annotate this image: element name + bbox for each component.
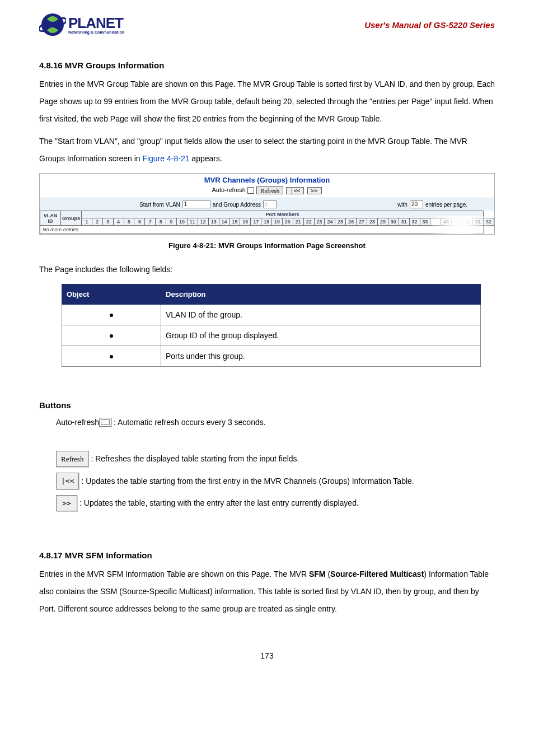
col-port-members: Port Members: [82, 211, 484, 218]
screenshot-top-controls: Auto-refresh Refresh |<< >>: [40, 185, 494, 198]
fields-intro: The Page includes the following fields:: [39, 261, 495, 278]
first-desc: : Updates the table starting from the fi…: [81, 474, 414, 488]
page-header: PLANET Networking & Communication User's…: [39, 11, 495, 38]
table-row: Groups Group ID of the group displayed.: [62, 325, 481, 346]
port-col: 5: [124, 218, 134, 226]
paragraph-sfm: Entries in the MVR SFM Information Table…: [39, 566, 495, 617]
logo-tagline: Networking & Communication: [68, 30, 124, 34]
section-heading-mvr-sfm: 4.8.17 MVR SFM Information: [39, 550, 495, 560]
port-col: 13: [208, 218, 219, 226]
port-col: 3: [102, 218, 113, 226]
port-col: 1: [82, 218, 92, 226]
screenshot-filter-row: Start from VLAN 1 and Group Address :: w…: [40, 198, 494, 211]
sfm-paren-a: (: [326, 570, 331, 578]
port-col: 21: [293, 218, 303, 226]
auto-refresh-desc: : Automatic refresh occurs every 3 secon…: [114, 416, 266, 430]
port-col: 29: [377, 218, 388, 226]
port-col: 19: [272, 218, 283, 226]
port-col: 7: [145, 218, 156, 226]
refresh-button-icon: Refresh: [56, 451, 88, 467]
sfm-full: Source-Filtered Multicast: [330, 570, 424, 578]
group-address-label: and Group Address: [213, 202, 261, 208]
port-col: 10: [177, 218, 188, 226]
sfm-para-a: Entries in the MVR SFM Information Table…: [39, 570, 309, 578]
port-numbers-row: 1234567891011121314151617181920212223242…: [40, 218, 494, 226]
sfm-abbr: SFM: [309, 570, 326, 578]
next-button-icon: >>: [56, 495, 77, 511]
buttons-heading: Buttons: [39, 400, 495, 410]
port-col: 20: [282, 218, 293, 226]
button-desc-refresh: Refresh : Refreshes the displayed table …: [56, 451, 495, 467]
screenshot-port-table: VLAN ID Groups Port Members 123456789101…: [40, 211, 494, 234]
fields-th-object: Object: [62, 284, 161, 304]
first-page-button[interactable]: |<<: [286, 187, 304, 194]
para2b: appears.: [189, 154, 222, 163]
refresh-button[interactable]: Refresh: [256, 186, 283, 194]
port-col: 6: [134, 218, 145, 226]
col-groups: Groups: [61, 211, 82, 226]
table-row: VLAN ID VLAN ID of the group.: [62, 304, 481, 325]
figure-caption: Figure 4-8-21: MVR Groups Information Pa…: [39, 241, 495, 250]
button-desc-next: >> : Updates the table, starting with th…: [56, 495, 495, 511]
port-col: 27: [357, 218, 367, 226]
port-col: 12: [198, 218, 208, 226]
checkbox-icon: [99, 418, 111, 427]
port-col: 11: [187, 218, 198, 226]
group-address-input[interactable]: ::: [263, 200, 277, 208]
paragraph-intro-1: Entries in the MVR Group Table are shown…: [39, 76, 495, 127]
manual-title: User's Manual of GS-5220 Series: [364, 20, 495, 30]
fields-th-description: Description: [161, 284, 481, 304]
port-col: 26: [346, 218, 357, 226]
port-col: 31: [399, 218, 409, 226]
screenshot-table-wrap: VLAN ID Groups Port Members 123456789101…: [40, 211, 494, 234]
no-more-entries: No more entries: [40, 226, 484, 234]
entries-per-page-input[interactable]: 20: [410, 200, 423, 208]
entries-per-page-label: entries per page.: [425, 202, 467, 208]
logo-brand: PLANET: [68, 16, 124, 30]
port-col: 23: [314, 218, 325, 226]
auto-refresh-lead: Auto-refresh: [56, 416, 99, 430]
next-desc: : Updates the table, starting with the e…: [79, 496, 359, 510]
desc-port-members: Ports under this group.: [161, 346, 481, 366]
section-heading-mvr-groups: 4.8.16 MVR Groups Information: [39, 60, 495, 70]
para2a: The "Start from VLAN", and "group" input…: [39, 137, 467, 163]
port-col: 17: [251, 218, 261, 226]
port-col: 28: [367, 218, 378, 226]
desc-groups: Group ID of the group displayed.: [161, 325, 481, 346]
port-col: 52: [483, 218, 494, 226]
col-vlan-id: VLAN ID: [40, 211, 61, 226]
start-from-vlan-input[interactable]: 1: [182, 200, 210, 208]
port-col: 48: [441, 218, 452, 226]
screenshot-mvr-channels: MVR Channels (Groups) Information Auto-r…: [39, 173, 495, 235]
port-col: 22: [303, 218, 314, 226]
screenshot-title: MVR Channels (Groups) Information: [40, 174, 494, 185]
table-row: Port Members Ports under this group.: [62, 346, 481, 366]
next-page-button[interactable]: >>: [307, 187, 322, 194]
port-col: 24: [325, 218, 335, 226]
figure-reference: Figure 4-8-21: [142, 154, 189, 163]
port-col: 14: [219, 218, 229, 226]
refresh-desc: : Refreshes the displayed table starting…: [91, 452, 299, 466]
start-from-vlan-label: Start from VLAN: [139, 202, 180, 208]
port-col: 33: [420, 218, 430, 226]
port-col: 4: [113, 218, 124, 226]
fields-table: Object Description VLAN ID VLAN ID of th…: [62, 284, 481, 367]
button-desc-first: |<< : Updates the table starting from th…: [56, 473, 495, 489]
port-col: 9: [166, 218, 177, 226]
page-number: 173: [39, 651, 495, 660]
port-col: 51: [472, 218, 483, 226]
port-col: 2: [92, 218, 102, 226]
port-col: 18: [261, 218, 272, 226]
auto-refresh-checkbox[interactable]: [247, 187, 254, 194]
port-col: 25: [335, 218, 346, 226]
logo: PLANET Networking & Communication: [39, 11, 124, 38]
bullet-icon: [110, 334, 113, 338]
port-col: 49: [452, 218, 462, 226]
bullet-icon: [110, 314, 113, 317]
port-col: 16: [240, 218, 251, 226]
planet-logo-icon: [39, 11, 66, 38]
port-col: 8: [156, 218, 166, 226]
port-col-gap: [430, 218, 441, 226]
port-col: 32: [409, 218, 420, 226]
port-col: 30: [388, 218, 399, 226]
